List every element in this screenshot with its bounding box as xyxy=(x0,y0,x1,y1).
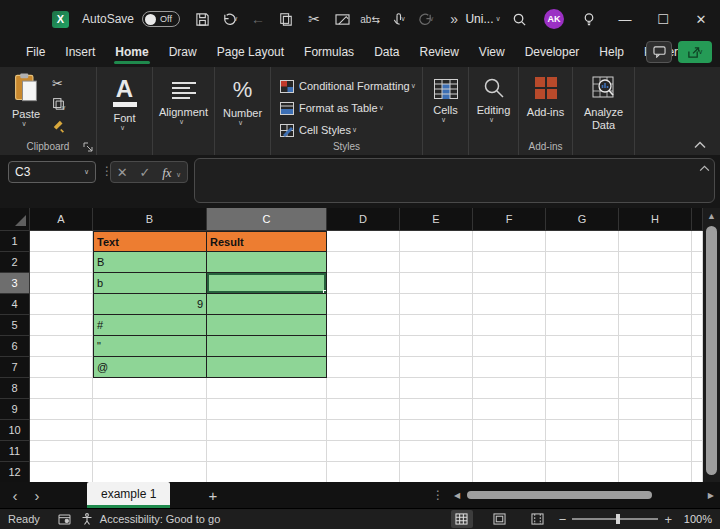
cell-partial-10[interactable] xyxy=(692,420,703,441)
cell-F3[interactable] xyxy=(473,273,546,294)
editing-group-button[interactable]: Editing ∨ xyxy=(469,67,519,155)
cell-A8[interactable] xyxy=(30,378,93,399)
copy-icon[interactable] xyxy=(276,9,296,29)
cell-C12[interactable] xyxy=(207,462,327,483)
cell-G11[interactable] xyxy=(546,441,619,462)
insert-function-button[interactable]: fx ∨ xyxy=(162,163,181,181)
cell-B10[interactable] xyxy=(93,420,207,441)
zoom-in-button[interactable]: + xyxy=(664,512,672,527)
horizontal-scrollbar[interactable]: ◀ ▶ xyxy=(454,489,714,501)
cell-C2[interactable] xyxy=(207,252,327,273)
cell-C4[interactable] xyxy=(207,294,327,315)
tab-insert[interactable]: Insert xyxy=(55,40,105,66)
zoom-slider-handle[interactable] xyxy=(616,514,620,524)
cell-G3[interactable] xyxy=(546,273,619,294)
cell-F4[interactable] xyxy=(473,294,546,315)
comments-button[interactable] xyxy=(646,41,672,63)
cell-C8[interactable] xyxy=(207,378,327,399)
redo-icon[interactable]: ∨ xyxy=(416,9,436,29)
analyze-data-button[interactable]: Analyze Data xyxy=(573,67,634,132)
new-sheet-button[interactable]: + xyxy=(208,487,217,504)
zoom-out-button[interactable]: − xyxy=(559,512,567,527)
dialog-launcher-icon[interactable] xyxy=(83,142,93,152)
cell-partial-4[interactable] xyxy=(692,294,703,315)
next-sheet-icon[interactable]: › xyxy=(22,487,52,504)
cell-F2[interactable] xyxy=(473,252,546,273)
format-painter-icon[interactable] xyxy=(52,119,66,133)
cell-B1[interactable]: Text xyxy=(93,231,207,252)
sheet-tab-example-1[interactable]: example 1 xyxy=(87,482,170,508)
tab-formulas[interactable]: Formulas xyxy=(294,40,364,66)
format-as-table-button[interactable]: Format as Table ∨ xyxy=(271,97,422,119)
cell-partial-1[interactable] xyxy=(692,231,703,252)
find-replace-icon[interactable]: ab⇆ xyxy=(360,9,380,29)
cell-E2[interactable] xyxy=(400,252,473,273)
cell-A4[interactable] xyxy=(30,294,93,315)
cell-F10[interactable] xyxy=(473,420,546,441)
scroll-right-icon[interactable]: ▶ xyxy=(708,491,714,500)
cell-C9[interactable] xyxy=(207,399,327,420)
cell-G1[interactable] xyxy=(546,231,619,252)
column-header-G[interactable]: G xyxy=(546,208,619,231)
row-header-4[interactable]: 4 xyxy=(0,294,30,315)
cell-H10[interactable] xyxy=(619,420,692,441)
lightbulb-icon[interactable] xyxy=(572,4,606,34)
cell-styles-button[interactable]: Cell Styles ∨ xyxy=(271,119,422,141)
touch-mode-icon[interactable]: ∨ xyxy=(388,9,408,29)
cell-C5[interactable] xyxy=(207,315,327,336)
row-header-5[interactable]: 5 xyxy=(0,315,30,336)
cell-A2[interactable] xyxy=(30,252,93,273)
scroll-left-icon[interactable]: ◀ xyxy=(454,491,460,500)
row-header-12[interactable]: 12 xyxy=(0,462,30,483)
cell-H2[interactable] xyxy=(619,252,692,273)
cell-F5[interactable] xyxy=(473,315,546,336)
cell-F11[interactable] xyxy=(473,441,546,462)
number-group-button[interactable]: % Number ∨ xyxy=(215,67,271,155)
cell-E5[interactable] xyxy=(400,315,473,336)
horizontal-scroll-thumb[interactable] xyxy=(467,491,652,499)
avatar[interactable]: AK xyxy=(544,9,564,29)
column-header-C[interactable]: C xyxy=(207,208,327,231)
cancel-icon[interactable]: ✕ xyxy=(117,165,128,180)
cell-A1[interactable] xyxy=(30,231,93,252)
cell-F8[interactable] xyxy=(473,378,546,399)
cell-partial-12[interactable] xyxy=(692,462,703,483)
paste-button[interactable]: Paste ∨ xyxy=(0,73,52,133)
cell-F9[interactable] xyxy=(473,399,546,420)
cell-E1[interactable] xyxy=(400,231,473,252)
tab-home[interactable]: Home xyxy=(105,40,158,66)
cell-B6[interactable]: " xyxy=(93,336,207,357)
row-header-8[interactable]: 8 xyxy=(0,378,30,399)
cell-partial-2[interactable] xyxy=(692,252,703,273)
cell-partial-8[interactable] xyxy=(692,378,703,399)
cell-E6[interactable] xyxy=(400,336,473,357)
cell-B7[interactable]: @ xyxy=(93,357,207,378)
collapse-formula-bar-icon[interactable] xyxy=(699,165,710,172)
cell-E12[interactable] xyxy=(400,462,473,483)
tab-page-layout[interactable]: Page Layout xyxy=(207,40,294,66)
cell-G2[interactable] xyxy=(546,252,619,273)
tab-review[interactable]: Review xyxy=(409,40,468,66)
cut-icon[interactable]: ✂ xyxy=(52,76,66,91)
cell-A11[interactable] xyxy=(30,441,93,462)
row-header-11[interactable]: 11 xyxy=(0,441,30,462)
cell-B2[interactable]: B xyxy=(93,252,207,273)
row-header-1[interactable]: 1 xyxy=(0,231,30,252)
cell-E10[interactable] xyxy=(400,420,473,441)
cell-H8[interactable] xyxy=(619,378,692,399)
cell-G12[interactable] xyxy=(546,462,619,483)
page-break-preview-button[interactable] xyxy=(527,510,549,528)
cell-A5[interactable] xyxy=(30,315,93,336)
column-header-F[interactable]: F xyxy=(473,208,546,231)
column-header-E[interactable]: E xyxy=(400,208,473,231)
maximize-button[interactable]: ☐ xyxy=(644,2,682,36)
column-header-A[interactable]: A xyxy=(30,208,93,231)
cell-partial-7[interactable] xyxy=(692,357,703,378)
page-layout-view-button[interactable] xyxy=(489,510,511,528)
cell-A12[interactable] xyxy=(30,462,93,483)
cell-B12[interactable] xyxy=(93,462,207,483)
select-all-corner[interactable] xyxy=(0,208,30,231)
cell-D4[interactable] xyxy=(327,294,400,315)
paste-special-icon[interactable] xyxy=(332,9,352,29)
vertical-scroll-thumb[interactable] xyxy=(706,226,717,475)
